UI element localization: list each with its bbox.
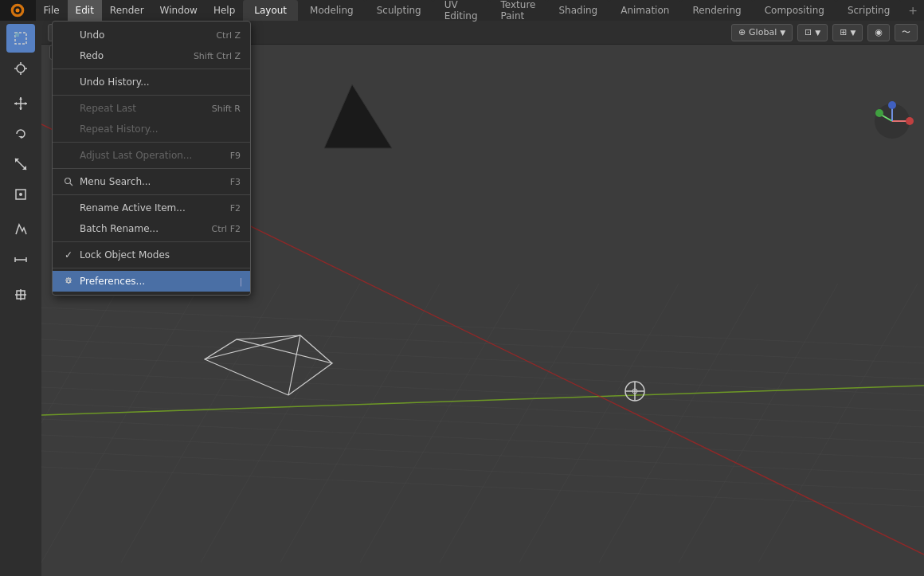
snap-dropdown-icon: ▼ xyxy=(850,29,855,37)
tab-compositing[interactable]: Compositing xyxy=(754,0,836,21)
svg-point-2 xyxy=(16,9,20,13)
undo-check-space xyxy=(62,29,75,41)
sep-3 xyxy=(53,142,250,143)
transform-icon: ⊕ xyxy=(738,27,746,37)
annotate-icon xyxy=(13,221,29,237)
pivot-center[interactable]: ⊡ ▼ xyxy=(797,24,828,41)
repeat-last-shortcut: Shift R xyxy=(212,104,241,114)
svg-point-65 xyxy=(65,178,71,184)
navigation-gizmo[interactable] xyxy=(868,97,916,145)
tab-modeling[interactable]: Modeling xyxy=(299,0,365,21)
rename-active-label: Rename Active Item... xyxy=(80,202,224,214)
editor-menu[interactable]: 〜 xyxy=(895,24,918,41)
svg-rect-4 xyxy=(15,33,19,37)
add-primitive-icon xyxy=(13,287,29,303)
transform-label: Global xyxy=(749,27,777,37)
tab-texture-paint[interactable]: Texture Paint xyxy=(490,0,547,21)
sep-6 xyxy=(53,241,250,242)
tab-rendering[interactable]: Rendering xyxy=(681,0,752,21)
tool-annotate[interactable] xyxy=(6,215,35,244)
proportional-editing[interactable]: ◉ xyxy=(867,24,890,41)
menu-item-search[interactable]: Menu Search... F3 xyxy=(53,171,250,192)
cursor-icon xyxy=(13,61,29,76)
snap-button[interactable]: ⊞ ▼ xyxy=(832,24,863,41)
menu-window[interactable]: Window xyxy=(152,0,206,21)
menu-item-rename-active[interactable]: Rename Active Item... F2 xyxy=(53,198,250,218)
pivot-dropdown-icon: ▼ xyxy=(815,29,820,37)
tab-add-button[interactable]: + xyxy=(902,0,924,21)
snap-icon: ⊞ xyxy=(840,27,847,37)
tool-select-box[interactable] xyxy=(6,24,35,53)
undo-label: Undo xyxy=(80,29,209,41)
sep-4 xyxy=(53,168,250,169)
repeat-last-check-space xyxy=(62,102,75,115)
proportional-icon: ◉ xyxy=(875,27,883,37)
adjust-last-label: Adjust Last Operation... xyxy=(80,150,224,161)
edit-dropdown-menu: Undo Ctrl Z Redo Shift Ctrl Z Undo Histo… xyxy=(52,21,251,296)
adjust-last-shortcut: F9 xyxy=(230,151,241,161)
menu-item-undo-history[interactable]: Undo History... xyxy=(53,72,250,92)
top-menubar: File Edit Render Window Help Layout Mode… xyxy=(0,0,924,21)
svg-point-21 xyxy=(19,193,22,196)
sep-5 xyxy=(53,194,250,195)
batch-rename-label: Batch Rename... xyxy=(80,223,206,234)
menu-item-lock-object-modes[interactable]: ✓ Lock Object Modes xyxy=(53,245,250,265)
redo-label: Redo xyxy=(80,50,187,61)
undo-shortcut: Ctrl Z xyxy=(216,30,241,41)
cursor-indicator: | xyxy=(240,277,242,286)
svg-point-64 xyxy=(888,101,896,109)
svg-marker-15 xyxy=(25,102,27,105)
tab-uv-editing[interactable]: UV Editing xyxy=(433,0,489,21)
tab-scripting[interactable]: Scripting xyxy=(836,0,901,21)
lock-object-modes-checkmark: ✓ xyxy=(62,249,75,261)
menu-help[interactable]: Help xyxy=(206,0,243,21)
menu-render[interactable]: Render xyxy=(102,0,152,21)
tool-cursor[interactable] xyxy=(6,54,35,83)
batch-rename-check-space xyxy=(62,222,75,235)
svg-marker-12 xyxy=(19,97,22,100)
tab-sculpting[interactable]: Sculpting xyxy=(366,0,433,21)
menu-item-adjust-last: Adjust Last Operation... F9 xyxy=(53,145,250,166)
svg-marker-14 xyxy=(14,102,17,105)
menu-item-repeat-last: Repeat Last Shift R xyxy=(53,98,250,119)
tab-layout[interactable]: Layout xyxy=(243,0,298,21)
undo-history-check-space xyxy=(62,76,75,88)
search-label: Menu Search... xyxy=(80,176,224,187)
rename-active-shortcut: F2 xyxy=(230,203,241,214)
gizmo-icon xyxy=(868,97,916,145)
top-menu-items: File Edit Render Window Help xyxy=(36,0,244,21)
menu-file[interactable]: File xyxy=(36,0,68,21)
blender-logo-icon xyxy=(10,2,25,18)
adjust-last-check-space xyxy=(62,149,75,162)
menu-item-preferences[interactable]: Preferences... | xyxy=(53,271,250,292)
rename-active-check-space xyxy=(62,202,75,214)
tool-add-primitive[interactable] xyxy=(6,280,35,309)
transform-dropdown-icon: ▼ xyxy=(780,29,785,37)
undo-history-label: Undo History... xyxy=(80,76,241,88)
lock-object-modes-label: Lock Object Modes xyxy=(80,249,241,261)
sep-7 xyxy=(53,268,250,268)
pivot-icon: ⊡ xyxy=(805,27,812,37)
logo-area[interactable] xyxy=(0,0,36,21)
redo-check-space xyxy=(62,49,75,62)
tool-rotate[interactable] xyxy=(6,120,35,148)
menu-edit[interactable]: Edit xyxy=(68,0,102,21)
sep-1 xyxy=(53,69,250,69)
svg-point-60 xyxy=(906,117,914,125)
search-shortcut: F3 xyxy=(230,177,241,187)
menu-item-undo[interactable]: Undo Ctrl Z xyxy=(53,25,250,45)
tab-animation[interactable]: Animation xyxy=(609,0,680,21)
tool-transform[interactable] xyxy=(6,180,35,209)
measure-icon xyxy=(13,252,29,268)
repeat-history-label: Repeat History... xyxy=(80,123,241,135)
tool-measure[interactable] xyxy=(6,245,35,274)
sep-2 xyxy=(53,95,250,96)
tool-scale[interactable] xyxy=(6,150,35,178)
transform-orientation[interactable]: ⊕ Global ▼ xyxy=(731,24,793,41)
menu-item-batch-rename[interactable]: Batch Rename... Ctrl F2 xyxy=(53,218,250,239)
svg-point-5 xyxy=(17,65,25,72)
menu-item-redo[interactable]: Redo Shift Ctrl Z xyxy=(53,45,250,66)
tab-shading[interactable]: Shading xyxy=(547,0,609,21)
repeat-last-label: Repeat Last xyxy=(80,103,206,114)
tool-move[interactable] xyxy=(6,89,35,118)
